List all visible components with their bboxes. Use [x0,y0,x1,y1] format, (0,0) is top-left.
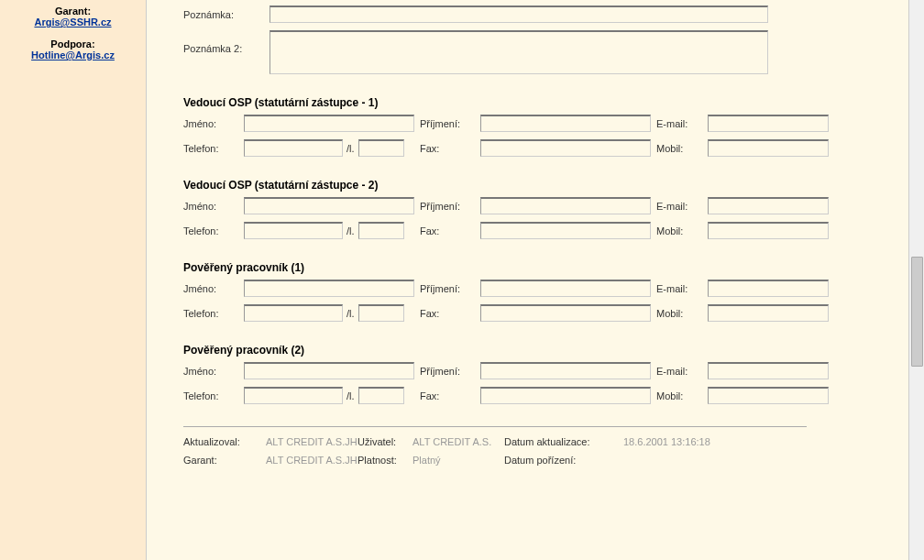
email-label: E-mail: [656,283,702,294]
telefon-label: Telefon: [183,390,238,401]
tel-separator: /l. [346,143,355,154]
platnost-label: Platnost: [358,455,412,466]
telefon-label: Telefon: [183,225,238,236]
aktualizoval-value: ALT CREDIT A.S.JH [266,436,358,447]
scrollbar-thumb[interactable] [911,257,923,367]
platnost-value: Platný [412,455,504,466]
telefon-input-3[interactable] [244,304,343,322]
poznamka2-textarea[interactable] [270,30,768,74]
garant-label: Garant: [183,455,266,466]
email-label: E-mail: [656,118,702,129]
datum-aktualizace-label: Datum aktualizace: [504,436,623,447]
prijmeni-input-1[interactable] [480,115,651,132]
section-title-4: Pověřený pracovník (2) [183,344,906,357]
prijmeni-label: Příjmení: [420,118,475,129]
fax-label: Fax: [420,225,475,236]
main-content: Poznámka: Poznámka 2: Vedoucí OSP (statu… [147,0,924,560]
fax-label: Fax: [420,308,475,319]
jmeno-input-1[interactable] [244,115,414,132]
mobil-input-1[interactable] [708,139,829,157]
prijmeni-label: Příjmení: [420,201,475,212]
telefon-input-1[interactable] [244,139,343,157]
poznamka2-label: Poznámka 2: [183,30,270,54]
mobil-input-4[interactable] [708,387,829,404]
telefon-label: Telefon: [183,308,238,319]
vertical-scrollbar[interactable] [908,0,924,560]
fax-label: Fax: [420,390,475,401]
telefon-input-2[interactable] [244,222,343,239]
tel-separator: /l. [346,225,355,236]
email-input-3[interactable] [708,280,829,297]
uzivatel-value: ALT CREDIT A.S. [412,436,504,447]
sidebar-garant-link[interactable]: Argis@SSHR.cz [34,16,111,27]
jmeno-input-4[interactable] [244,362,414,379]
section-title-2: Vedoucí OSP (statutární zástupce - 2) [183,179,906,192]
tel-separator: /l. [346,390,355,401]
jmeno-label: Jméno: [183,366,238,377]
footer-separator [183,426,807,427]
footer-info: Aktualizoval: ALT CREDIT A.S.JH Uživatel… [183,436,906,466]
email-input-2[interactable] [708,197,829,214]
sidebar-garant-label: Garant: [2,5,144,16]
email-label: E-mail: [656,366,702,377]
telefon-ext-input-2[interactable] [358,222,404,239]
email-input-4[interactable] [708,362,829,379]
mobil-label: Mobil: [656,390,702,401]
jmeno-label: Jméno: [183,201,238,212]
jmeno-label: Jméno: [183,118,238,129]
fax-input-2[interactable] [480,222,651,239]
telefon-ext-input-4[interactable] [358,387,404,404]
section-title-1: Vedoucí OSP (statutární zástupce - 1) [183,96,906,109]
sidebar: Garant: Argis@SSHR.cz Podpora: Hotline@A… [0,0,147,560]
datum-porizeni-label: Datum pořízení: [504,455,623,466]
fax-input-1[interactable] [480,139,651,157]
uzivatel-label: Uživatel: [358,436,412,447]
prijmeni-input-4[interactable] [480,362,651,379]
mobil-label: Mobil: [656,143,702,154]
jmeno-label: Jméno: [183,283,238,294]
jmeno-input-3[interactable] [244,280,414,297]
telefon-ext-input-1[interactable] [358,139,404,157]
prijmeni-input-2[interactable] [480,197,651,214]
email-label: E-mail: [656,201,702,212]
section-title-3: Pověřený pracovník (1) [183,261,906,274]
telefon-ext-input-3[interactable] [358,304,404,322]
mobil-label: Mobil: [656,225,702,236]
mobil-input-3[interactable] [708,304,829,322]
fax-input-3[interactable] [480,304,651,322]
email-input-1[interactable] [708,115,829,132]
telefon-label: Telefon: [183,143,238,154]
mobil-input-2[interactable] [708,222,829,239]
fax-label: Fax: [420,143,475,154]
sidebar-podpora-label: Podpora: [2,38,144,49]
poznamka-label: Poznámka: [183,9,270,20]
tel-separator: /l. [346,308,355,319]
prijmeni-label: Příjmení: [420,366,475,377]
sidebar-podpora-link[interactable]: Hotline@Argis.cz [31,49,115,60]
prijmeni-input-3[interactable] [480,280,651,297]
fax-input-4[interactable] [480,387,651,404]
aktualizoval-label: Aktualizoval: [183,436,266,447]
poznamka-input[interactable] [270,5,768,23]
mobil-label: Mobil: [656,308,702,319]
garant-value: ALT CREDIT A.S.JH [266,455,358,466]
jmeno-input-2[interactable] [244,197,414,214]
telefon-input-4[interactable] [244,387,343,404]
prijmeni-label: Příjmení: [420,283,475,294]
datum-aktualizace-value: 18.6.2001 13:16:18 [623,436,761,447]
